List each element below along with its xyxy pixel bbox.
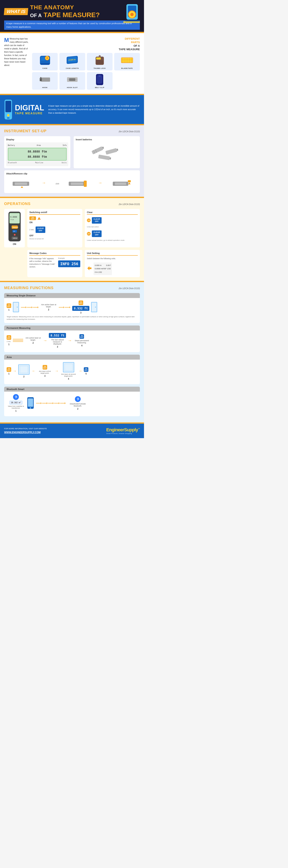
display-row-1: 88.8888 ftm xyxy=(9,149,65,154)
svg-text:8.8888: 8.8888 xyxy=(10,216,17,218)
header-description: A tape measure is a common measuring too… xyxy=(4,21,140,30)
brand-name: EngineerSupply™ xyxy=(106,427,140,433)
display-panel: Display Battery Area Info 88.8888 ftm 88… xyxy=(4,136,70,168)
svg-text:→: → xyxy=(42,180,46,185)
display-title: Display xyxy=(6,138,68,141)
svg-text:ON/DIST: ON/DIST xyxy=(12,227,19,228)
footer-left: FOR MORE INFORMATION, VISIT OUR WEBSITE … xyxy=(4,427,47,435)
unit-title: Unit Setting xyxy=(87,252,138,256)
unit-row-1: 0.000 m 0.00 f xyxy=(95,264,111,267)
svg-text:ftim: ftim xyxy=(10,219,14,220)
2x-badge: 2X xyxy=(87,232,91,236)
tape-measure-graphic xyxy=(121,2,142,27)
brand-tagline: Smart Products. Smarter Shopping. xyxy=(106,433,140,434)
part-belt-clip-image xyxy=(88,73,111,86)
bluetooth-icon-1: ℬ xyxy=(13,394,19,400)
part-hook-slot-label: HOOK SLOT xyxy=(61,87,84,89)
footer-cta: FOR MORE INFORMATION, VISIT OUR WEBSITE xyxy=(4,427,47,430)
clear-2x-row: 2X CLEAROFF xyxy=(87,229,138,238)
door-shape-1 xyxy=(13,302,19,312)
area-label: Area xyxy=(37,144,41,147)
step-arrow-2: ⟶⟶ xyxy=(59,305,70,310)
units-label: Units xyxy=(62,161,67,164)
clip-arrow: → xyxy=(41,180,47,188)
parts-section: M Measuring tape has many different part… xyxy=(0,33,144,94)
batteries-panel: Insert batteries xyxy=(74,136,140,168)
area-header: Area xyxy=(4,354,140,360)
step3-value: 8.532 ft xyxy=(72,306,89,311)
permanent-steps: ONDIST 2 sec. 1 Aim active laser at targ… xyxy=(7,333,137,348)
step2-num: 2 xyxy=(48,309,49,311)
footer-url[interactable]: WWW.ENGINEERSUPPLY.COM xyxy=(4,431,40,434)
perm-step4-label: Stops permanent measuring. xyxy=(74,340,90,344)
case-svg xyxy=(39,55,51,65)
click-label: click xyxy=(56,183,59,185)
bluetooth-header: Bluetooth Smart xyxy=(4,387,140,392)
display-bottom-labels: Bluetooth Mainline Units xyxy=(8,161,67,164)
tape-measure-svg xyxy=(123,3,140,26)
perm-value: 8.532 ft xyxy=(49,333,66,338)
part-belt-clip: BELT CLIP xyxy=(87,72,113,90)
case-length-svg: 2-3/4 in xyxy=(66,55,79,65)
info-label: Info xyxy=(63,144,67,147)
area-arrow-2: → xyxy=(31,369,35,373)
clear-box-1: CLEAROFF xyxy=(92,217,102,224)
perm-step1-btn: ONDIST xyxy=(7,335,11,340)
operations-grid: 8.8888 ftim ON/DIST BT MENU ON xyxy=(4,209,140,277)
area-steps: ONDIST 1 → 2 → ONDIST Aim laser at first… xyxy=(7,362,137,380)
on-switch-row: ON DIST xyxy=(29,216,80,220)
perm-step4-btn: ONDIST xyxy=(80,334,84,339)
step3-btn: ONDIST xyxy=(79,301,83,305)
finger-icon xyxy=(37,217,41,220)
unit-arrow-icon xyxy=(87,266,92,271)
operations-header: OPERATIONS (for LEICA Disto D110) xyxy=(4,202,140,206)
perm-timing: 2 sec. xyxy=(7,341,11,342)
step-1: ONDIST 1 xyxy=(7,303,11,311)
permanent-measuring-header: Permanent Measuring xyxy=(4,326,140,331)
display-diagram: Battery Area Info 88.8888 ftm 88.8888 ft… xyxy=(6,143,68,166)
area-step4-label: Aim laser at second target point. xyxy=(60,373,77,377)
digital-device-svg xyxy=(4,99,12,120)
bluetooth-content: ℬ 18.162 m² Value from mainline is trans… xyxy=(4,392,140,416)
perm-step3-label: The last valued measure is displayed. xyxy=(49,339,66,345)
area-step5-num: 5 xyxy=(85,373,87,375)
header-title-big: THE ANATOMY xyxy=(30,4,100,11)
bluetooth-subsection: Bluetooth Smart ℬ 18.162 m² Value from m… xyxy=(4,387,140,416)
digital-main-title: DIGITAL xyxy=(15,104,44,112)
footer-brand: EngineerSupply™ Smart Products. Smarter … xyxy=(106,427,140,434)
batteries-title: Insert batteries xyxy=(76,138,138,141)
svg-rect-51 xyxy=(71,183,83,185)
perm-step-4: ONDIST Stops permanent measuring. 4 xyxy=(74,334,90,347)
on-label: ON xyxy=(13,243,16,245)
display-inner: 88.8888 ftm 88.8888 ftm xyxy=(8,148,67,161)
switch-title: Switching on/off xyxy=(29,211,80,215)
area-content: ONDIST 1 → 2 → ONDIST Aim laser at first… xyxy=(4,360,140,384)
area-step-3: ONDIST Aim laser at first target point. … xyxy=(37,365,53,377)
single-distance-steps: ONDIST 1 ⟶⟶⟶ Aim active laser at target.… xyxy=(7,301,137,314)
part-hook-slot: HOOK SLOT xyxy=(59,72,85,90)
blade-svg xyxy=(121,56,133,65)
svg-rect-10 xyxy=(40,63,50,64)
measuring-title: MEASURING FUNCTIONS xyxy=(4,286,54,290)
clip-section: Attach/Remove clip → click xyxy=(4,170,140,193)
digital-title-area: DIGITAL TAPE MEASURE xyxy=(15,104,44,115)
svg-rect-70 xyxy=(28,399,33,407)
operations-section: OPERATIONS (for LEICA Disto D110) 8.8888… xyxy=(0,198,144,281)
off-label: OFF xyxy=(29,235,80,237)
area-step5-btn: ONDIST xyxy=(84,367,88,372)
laser-1 xyxy=(13,339,23,339)
instrument-title: INSTRUMENT SET-UP xyxy=(4,129,47,133)
clear-box-2: CLEAROFF xyxy=(92,230,102,237)
svg-rect-5 xyxy=(123,21,140,23)
digital-description: A laser tape measure can give you a simp… xyxy=(48,104,140,115)
single-distance-note: Target surfaces: Measuring errors can oc… xyxy=(7,316,137,320)
bt-device-area xyxy=(27,397,34,409)
clear-title: Clear xyxy=(87,211,138,215)
measuring-for-label: (for LEICA Disto D110) xyxy=(119,287,140,289)
svg-rect-33 xyxy=(99,75,100,77)
perm-step2-num: 2 xyxy=(32,342,34,344)
part-belt-clip-label: BELT CLIP xyxy=(88,87,111,89)
area-step3-btn: ONDIST xyxy=(42,365,47,370)
part-thumb-lock: THUMB LOCK xyxy=(87,53,113,70)
bluetooth-label: Bluetooth xyxy=(8,161,17,164)
